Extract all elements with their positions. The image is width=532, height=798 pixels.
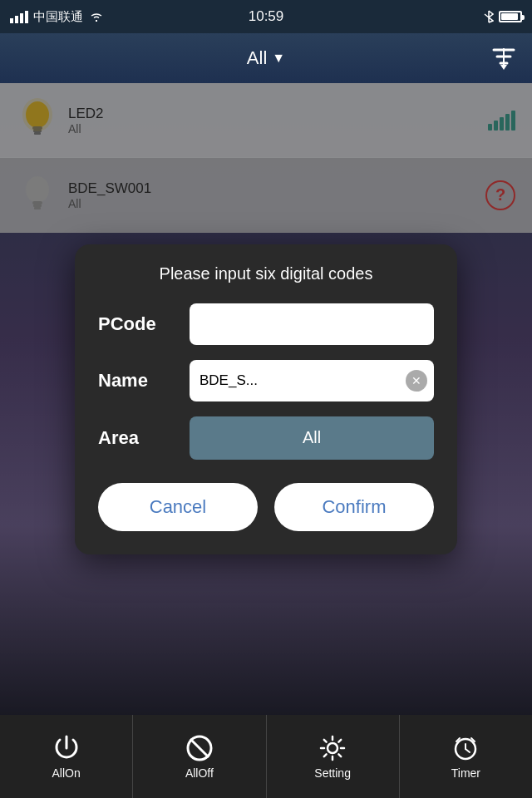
status-right	[484, 9, 522, 24]
nav-dropdown-arrow: ▼	[272, 51, 285, 66]
svg-rect-0	[10, 18, 13, 23]
modal-buttons: Cancel Confirm	[98, 483, 434, 531]
tab-all-on[interactable]: AllOn	[0, 715, 133, 798]
pcode-input[interactable]	[190, 303, 434, 345]
tab-alloff-label: AllOff	[185, 766, 214, 780]
area-value: All	[303, 428, 321, 447]
modal-overlay: Please input six digital codes PCode Nam…	[0, 83, 532, 715]
carrier-label: 中国联通	[33, 9, 83, 25]
svg-marker-8	[500, 65, 507, 70]
nav-title-text: All	[247, 47, 267, 69]
svg-line-19	[190, 739, 209, 757]
bluetooth-icon	[484, 9, 494, 24]
svg-line-28	[324, 754, 327, 756]
tab-all-off[interactable]: AllOff	[133, 715, 266, 798]
name-input-wrapper: ✕	[190, 360, 434, 401]
tab-allon-label: AllOn	[52, 766, 81, 780]
svg-rect-1	[15, 16, 18, 23]
pcode-field: PCode	[98, 303, 434, 345]
name-input[interactable]	[200, 372, 406, 389]
pcode-label: PCode	[98, 313, 190, 335]
tab-setting[interactable]: Setting	[267, 715, 400, 798]
main-content: LED2 All	[0, 83, 532, 715]
status-time: 10:59	[249, 8, 284, 25]
tab-setting-label: Setting	[314, 766, 351, 780]
power-icon	[52, 733, 81, 763]
alloff-icon	[185, 733, 214, 763]
nav-bar: All ▼	[0, 33, 532, 83]
cellular-signal-icon	[10, 10, 28, 23]
tab-bar: AllOn AllOff Setting	[0, 715, 532, 798]
modal-title: Please input six digital codes	[98, 264, 434, 283]
filter-icon[interactable]	[489, 42, 519, 75]
status-left: 中国联通	[10, 9, 105, 25]
nav-title[interactable]: All ▼	[247, 47, 285, 69]
modal-dialog: Please input six digital codes PCode Nam…	[75, 244, 457, 554]
svg-line-26	[339, 754, 342, 756]
name-field: Name ✕	[98, 360, 434, 401]
timer-icon	[451, 733, 480, 763]
wifi-icon	[88, 10, 105, 23]
svg-line-31	[466, 749, 470, 752]
status-bar: 中国联通 10:59	[0, 0, 532, 33]
svg-line-27	[339, 740, 342, 742]
tab-timer[interactable]: Timer	[400, 715, 532, 798]
svg-line-25	[324, 740, 327, 742]
tab-timer-label: Timer	[451, 766, 480, 780]
name-label: Name	[98, 370, 190, 392]
clear-button[interactable]: ✕	[406, 370, 427, 392]
cancel-button[interactable]: Cancel	[98, 483, 258, 531]
setting-icon	[318, 733, 347, 763]
svg-point-20	[328, 743, 337, 753]
area-label: Area	[98, 427, 190, 449]
svg-rect-2	[20, 13, 23, 23]
battery-icon	[499, 11, 522, 22]
svg-rect-3	[25, 11, 28, 23]
area-field: Area All	[98, 416, 434, 460]
confirm-button[interactable]: Confirm	[274, 483, 434, 531]
area-select-button[interactable]: All	[190, 416, 434, 460]
